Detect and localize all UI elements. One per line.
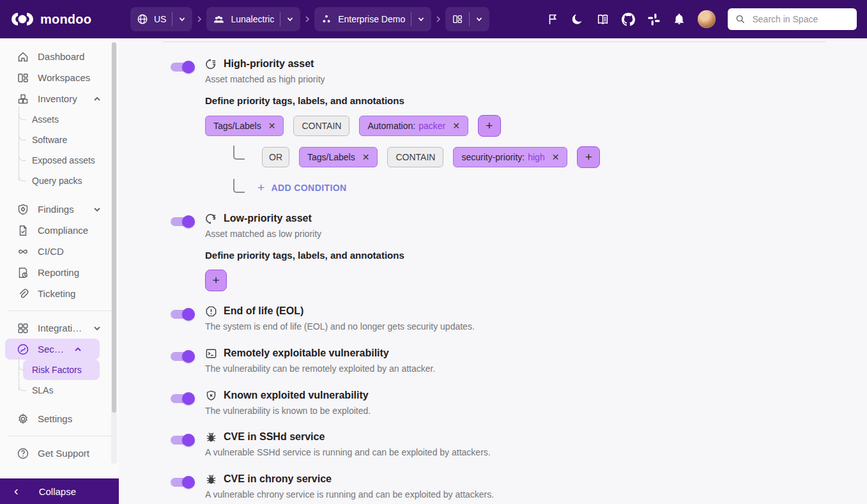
sidebar-item-workspaces[interactable]: Workspaces [0,67,119,88]
space-dots-icon [321,13,332,25]
globe-icon [137,13,148,25]
risk-factor-title: CVE in SSHd service [224,431,325,443]
sidebar-item-dashboard[interactable]: Dashboard [0,46,119,67]
alert-octagon-icon [205,305,217,317]
sidebar-item-get-support[interactable]: Get Support [0,443,119,464]
search-input[interactable] [751,13,849,25]
sidebar-scrollbar[interactable] [111,42,117,464]
risk-factors-panel: High-priority asset Asset matched as hig… [119,38,867,504]
chip-label: OR [269,152,282,162]
risk-factor-description: The vulnerability can be remotely exploi… [205,363,435,374]
join-chip[interactable]: OR [262,147,289,167]
priority-low-icon [205,213,217,225]
add-condition-button[interactable]: + ADD CONDITION [257,181,346,195]
operator-chip[interactable]: CONTAIN [293,116,349,136]
space-label: Enterprise Demo [338,14,405,24]
sidebar-item-label: Settings [38,413,111,424]
shield-bug-icon [17,203,29,216]
sidebar-item-findings[interactable]: Findings [0,199,119,220]
operator-chip[interactable]: CONTAIN [387,147,443,167]
sidebar-item-cicd[interactable]: CI/CD [0,241,119,262]
known-exploited-toggle[interactable] [171,394,192,403]
chip-value: high [528,152,544,162]
workspace-selector[interactable] [445,7,489,31]
chevron-right-icon [305,15,310,23]
sidebar-item-label: Get Support [38,448,111,459]
value-chip[interactable]: security-priority: high ✕ [453,147,567,167]
cve-chrony-toggle[interactable] [171,478,192,487]
eol-toggle[interactable] [171,310,192,319]
mondoo-logo-icon [10,11,35,27]
cve-sshd-toggle[interactable] [171,436,192,445]
search-icon [735,13,745,25]
mondoo-logo: mondoo [10,0,91,38]
bug-icon [205,431,217,443]
sidebar: Dashboard Workspaces Inventory Assets So… [0,38,119,478]
security-subnav: Risk Factors SLAs [0,360,119,401]
chevron-down-icon[interactable] [475,15,483,23]
workspaces-icon [17,72,29,84]
chevron-down-icon[interactable] [178,15,186,23]
organization-selector[interactable]: Lunalectric [206,7,300,31]
chevron-down-icon[interactable] [286,15,294,23]
field-chip[interactable]: Tags/Labels ✕ [299,147,378,167]
sidebar-item-slas[interactable]: SLAs [0,380,119,401]
remote-exploit-toggle[interactable] [171,352,192,361]
sidebar-item-exposed-assets[interactable]: Exposed assets [0,150,119,171]
chip-label: Tags/Labels [213,121,261,131]
value-chip[interactable]: Automation: packer ✕ [359,116,468,136]
documentation-button[interactable] [596,13,610,26]
field-chip[interactable]: Tags/Labels ✕ [205,116,284,136]
remove-icon[interactable]: ✕ [362,152,370,162]
scrollbar-thumb[interactable] [112,42,116,413]
sidebar-item-integrations[interactable]: Integrations [0,317,119,339]
chevron-down-icon [92,204,102,215]
notifications-button[interactable] [673,13,686,26]
priority-high-icon [205,58,217,70]
define-label: Define priority tags, labels, and annota… [205,250,404,261]
sidebar-item-label: Dashboard [38,51,111,62]
remove-icon[interactable]: ✕ [552,152,560,162]
chevron-down-icon[interactable] [417,15,425,23]
high-priority-toggle[interactable] [171,63,192,72]
paperclip-icon [17,287,29,300]
help-circle-icon [17,447,29,460]
sidebar-item-ticketing[interactable]: Ticketing [0,283,119,304]
chip-value: packer [418,121,445,131]
add-condition-button[interactable]: + [205,270,227,291]
region-selector[interactable]: US [130,7,192,31]
sidebar-item-settings[interactable]: Settings [0,408,119,429]
remove-icon[interactable]: ✕ [268,121,276,131]
sidebar-item-risk-factors[interactable]: Risk Factors [23,360,100,380]
content-divider [163,42,825,42]
divider [469,12,470,26]
risk-factor-title: Known exploited vulnerability [224,390,369,401]
sidebar-collapse-button[interactable]: ‹ Collapse [0,478,119,504]
sidebar-item-software[interactable]: Software [0,130,119,150]
feature-flags-button[interactable] [546,13,559,26]
risk-factor-title: Remotely exploitable vulnerability [224,347,389,359]
add-value-button[interactable]: + [478,115,501,137]
dark-mode-toggle[interactable] [571,13,584,26]
doc-pie-icon [17,266,29,279]
low-priority-toggle[interactable] [171,217,192,226]
sidebar-item-compliance[interactable]: Compliance [0,220,119,241]
github-button[interactable] [622,13,635,26]
risk-factor-description: The system is end of life (EOL) and no l… [205,321,475,332]
sidebar-item-security-model[interactable]: Security Mo... [5,339,100,360]
sidebar-item-assets[interactable]: Assets [0,109,119,130]
risk-factor-description: A vulnerable SSHd service is running and… [205,447,491,457]
terminal-icon [205,347,217,360]
add-value-button[interactable]: + [577,146,600,168]
sidebar-item-inventory[interactable]: Inventory [0,88,119,109]
risk-factor-cve-chrony: CVE in chrony service A vulnerable chron… [171,473,494,500]
sidebar-divider [8,436,111,436]
people-icon [213,13,225,26]
slack-button[interactable] [647,13,661,26]
user-avatar[interactable] [698,10,716,28]
space-selector[interactable]: Enterprise Demo [314,7,431,31]
remove-icon[interactable]: ✕ [452,121,460,131]
sidebar-item-reporting[interactable]: Reporting [0,262,119,283]
sidebar-item-query-packs[interactable]: Query packs [0,171,119,191]
sidebar-item-label: Ticketing [38,288,111,299]
